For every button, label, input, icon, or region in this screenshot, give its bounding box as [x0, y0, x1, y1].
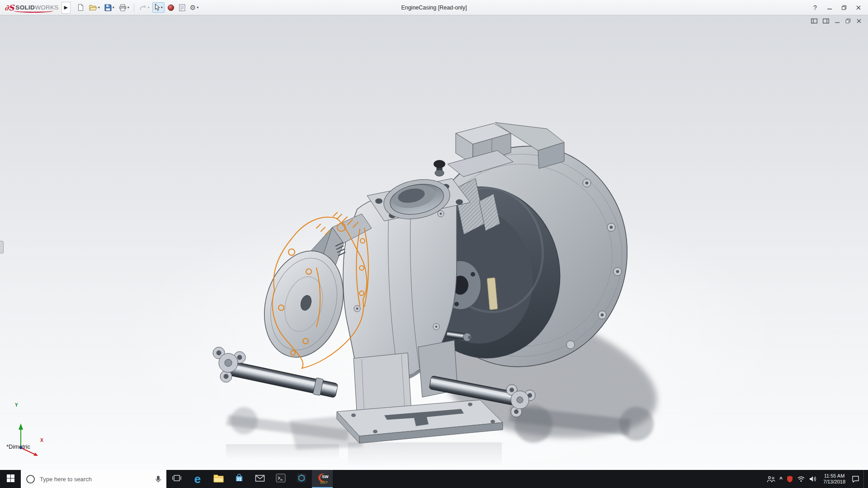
taskbar-clock[interactable]: 11:55 AM 7/13/2018 — [821, 473, 848, 485]
restore-button[interactable] — [838, 2, 850, 13]
rebuild-button[interactable] — [165, 3, 176, 13]
dropdown-caret-icon[interactable]: ▾ — [148, 6, 150, 9]
select-tool-button[interactable]: ▾ — [152, 2, 165, 13]
minimize-button[interactable] — [824, 2, 835, 13]
taskbar-app-store[interactable] — [229, 470, 250, 488]
new-document-icon — [77, 4, 85, 11]
edge-icon: e — [194, 473, 201, 485]
solidworks-window: ∂S SOLID WORKS ▶ ▾ ▾ ▾ — [0, 0, 868, 488]
brand-swoosh — [14, 9, 53, 13]
system-tray: ^ 11:55 AM 7/13/2018 — [767, 470, 868, 488]
taskbar-app-mail[interactable] — [250, 470, 270, 488]
command-prompt-icon — [276, 473, 286, 485]
svg-text:2017: 2017 — [320, 480, 328, 484]
help-button[interactable]: ? — [809, 2, 821, 13]
open-folder-icon — [89, 4, 97, 11]
antivirus-shield-icon[interactable] — [787, 475, 793, 483]
taskbar-app-file-explorer[interactable] — [208, 470, 229, 488]
mail-icon — [255, 474, 265, 484]
taskbar-app-edge[interactable]: e — [187, 470, 208, 488]
panel-collapse-handle[interactable] — [0, 241, 4, 253]
save-floppy-icon — [104, 4, 112, 11]
taskbar-app-solidworks-2017[interactable]: SW2017 — [312, 470, 333, 488]
ds-logo-icon: ∂S — [5, 3, 14, 12]
gear-icon: ⚙ — [190, 4, 196, 11]
print-icon — [119, 4, 127, 11]
rebuild-icon — [167, 4, 175, 11]
save-button[interactable]: ▾ — [103, 3, 116, 13]
pane-icon-1[interactable] — [811, 19, 817, 23]
window-controls: ? — [809, 2, 868, 13]
close-button[interactable] — [853, 2, 864, 13]
dropdown-caret-icon[interactable]: ▾ — [197, 6, 198, 9]
quick-access-toolbar: ▾ ▾ ▾ ▾ ▾ — [75, 2, 201, 13]
document-window-controls — [811, 19, 862, 23]
file-properties-icon — [179, 4, 185, 11]
show-desktop-button[interactable] — [863, 470, 866, 488]
new-document-button[interactable] — [75, 2, 86, 13]
taskbar-search[interactable] — [21, 470, 166, 488]
dropdown-caret-icon[interactable]: ▾ — [98, 6, 100, 9]
hidden-icons-chevron[interactable]: ^ — [779, 476, 783, 482]
cortana-icon — [26, 475, 35, 483]
titlebar: ∂S SOLID WORKS ▶ ▾ ▾ ▾ — [0, 0, 868, 15]
doc-restore-icon[interactable] — [845, 19, 851, 23]
doc-minimize-icon[interactable] — [835, 19, 840, 23]
open-button[interactable]: ▾ — [87, 3, 102, 12]
solidworks-app-icon: SW2017 — [316, 472, 329, 486]
taskbar-app-command-prompt[interactable] — [270, 470, 291, 488]
edrawings-hexagon-icon — [297, 473, 307, 485]
task-view-button[interactable] — [166, 470, 187, 488]
print-button[interactable]: ▾ — [117, 3, 131, 13]
triad-y-label: Y — [15, 403, 18, 408]
toolbar-separator — [134, 3, 134, 12]
people-icon[interactable] — [767, 476, 775, 483]
svg-text:SW: SW — [322, 474, 329, 479]
action-center-icon[interactable] — [852, 475, 859, 483]
reflection — [226, 442, 502, 467]
store-icon — [235, 474, 244, 484]
taskbar-apps: e SW2017 — [166, 470, 333, 488]
triad-x-label: X — [40, 438, 43, 443]
taskbar-app-edrawings[interactable] — [291, 470, 312, 488]
select-cursor-icon — [154, 4, 160, 11]
engine-casing-model — [0, 15, 868, 470]
tray-time: 11:55 AM — [823, 473, 845, 479]
doc-close-icon[interactable] — [856, 19, 862, 23]
solidworks-logo: ∂S SOLID WORKS — [0, 0, 61, 15]
3d-viewport[interactable]: Y X *Dimetric — [0, 15, 868, 470]
orientation-triad[interactable] — [19, 423, 38, 456]
volume-icon[interactable] — [809, 476, 817, 482]
start-button[interactable] — [0, 470, 21, 488]
network-wifi-icon[interactable] — [797, 476, 805, 482]
dropdown-caret-icon[interactable]: ▾ — [127, 6, 129, 9]
tray-date: 7/13/2018 — [823, 479, 845, 485]
menu-flyout-button[interactable]: ▶ — [61, 2, 71, 14]
pane-icon-2[interactable] — [823, 19, 829, 23]
undo-icon — [139, 5, 147, 11]
options-button[interactable]: ⚙ ▾ — [188, 3, 200, 12]
search-input[interactable] — [39, 475, 150, 483]
windows-logo-icon — [7, 474, 14, 484]
dropdown-caret-icon[interactable]: ▾ — [113, 6, 114, 9]
undo-button[interactable]: ▾ — [137, 3, 151, 12]
file-explorer-icon — [213, 474, 224, 484]
microphone-icon[interactable] — [155, 475, 162, 483]
task-view-icon — [172, 475, 181, 483]
view-orientation-label: *Dimetric — [6, 443, 30, 450]
dropdown-caret-icon[interactable]: ▾ — [161, 6, 163, 9]
file-properties-button[interactable] — [177, 3, 187, 13]
windows-taskbar: e SW2017 ^ — [0, 470, 868, 488]
